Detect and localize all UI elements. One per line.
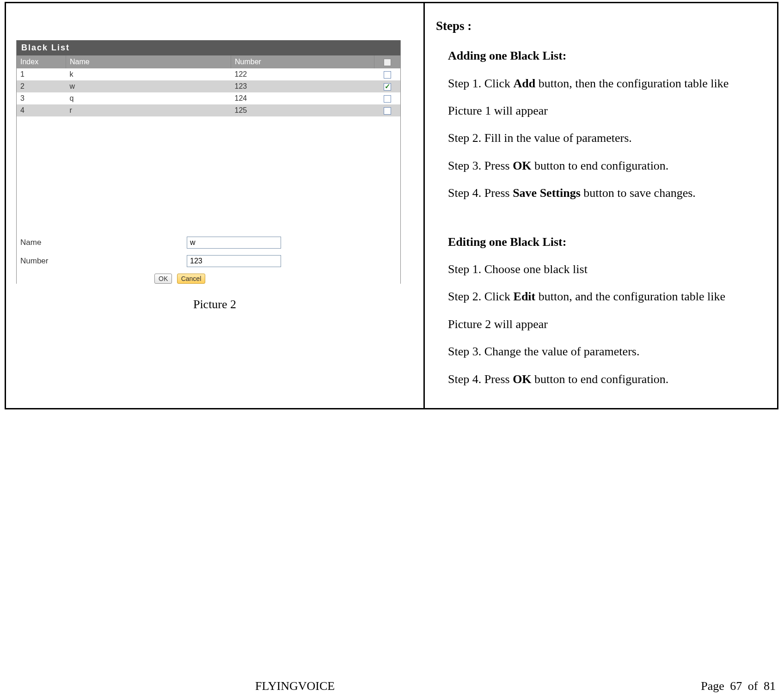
number-input[interactable] — [187, 255, 281, 267]
add-step-1: Step 1. Click Add button, then the confi… — [448, 72, 769, 95]
panel-title: Black List — [17, 40, 400, 55]
add-step-4: Step 4. Press Save Settings button to sa… — [448, 182, 769, 204]
cell-number: 123 — [231, 80, 374, 92]
edit-step-2-cont: Picture 2 will appear — [448, 313, 769, 335]
blacklist-panel: Black List Index Name Number 1 k — [16, 40, 401, 284]
table-row: 3 q 124 — [17, 92, 400, 104]
cell-name: w — [66, 80, 231, 92]
cell-index: 1 — [17, 68, 66, 80]
edit-step-4: Step 4. Press OK button to end configura… — [448, 368, 769, 390]
edit-step-2: Step 2. Click Edit button, and the confi… — [448, 285, 769, 308]
cell-index: 3 — [17, 92, 66, 104]
footer-pageno: Page 67 of 81 — [701, 679, 776, 693]
col-select — [374, 55, 401, 68]
row-checkbox[interactable] — [384, 83, 391, 91]
table-header-row: Index Name Number — [17, 55, 400, 68]
edit-step-1: Step 1. Choose one black list — [448, 258, 769, 280]
cell-index: 2 — [17, 80, 66, 92]
edit-subheading: Editing one Black List: — [448, 231, 769, 253]
table-row: 4 r 125 — [17, 104, 400, 116]
row-checkbox[interactable] — [384, 71, 391, 79]
row-checkbox[interactable] — [384, 95, 391, 103]
row-checkbox[interactable] — [384, 107, 391, 115]
cancel-button[interactable]: Cancel — [177, 274, 206, 284]
steps-heading: Steps : — [436, 14, 769, 38]
content-box: Black List Index Name Number 1 k — [5, 2, 778, 409]
name-input[interactable] — [187, 237, 281, 249]
col-index: Index — [17, 55, 66, 68]
add-subheading: Adding one Black List: — [448, 44, 769, 67]
number-label: Number — [20, 256, 187, 266]
picture-caption: Picture 2 — [15, 298, 414, 311]
cell-number: 125 — [231, 104, 374, 116]
table-row: 2 w 123 — [17, 80, 400, 92]
cell-index: 4 — [17, 104, 66, 116]
left-column: Black List Index Name Number 1 k — [6, 3, 425, 408]
cell-number: 122 — [231, 68, 374, 80]
cell-number: 124 — [231, 92, 374, 104]
select-all-checkbox[interactable] — [384, 59, 391, 66]
cell-name: q — [66, 92, 231, 104]
blacklist-table: Index Name Number 1 k 122 — [17, 55, 400, 116]
ok-button[interactable]: OK — [154, 274, 172, 284]
add-step-3: Step 3. Press OK button to end configura… — [448, 154, 769, 177]
cell-name: r — [66, 104, 231, 116]
cell-name: k — [66, 68, 231, 80]
edit-step-3: Step 3. Change the value of parameters. — [448, 340, 769, 363]
add-step-2: Step 2. Fill in the value of parameters. — [448, 127, 769, 149]
name-label: Name — [20, 238, 187, 247]
col-number: Number — [231, 55, 374, 68]
add-step-1-cont: Picture 1 will appear — [448, 99, 769, 122]
right-column: Steps : Adding one Black List: Step 1. C… — [425, 3, 777, 408]
edit-form: Name Number OK Cancel — [17, 237, 400, 284]
footer-brand: FLYINGVOICE — [255, 679, 335, 693]
col-name: Name — [66, 55, 231, 68]
table-row: 1 k 122 — [17, 68, 400, 80]
